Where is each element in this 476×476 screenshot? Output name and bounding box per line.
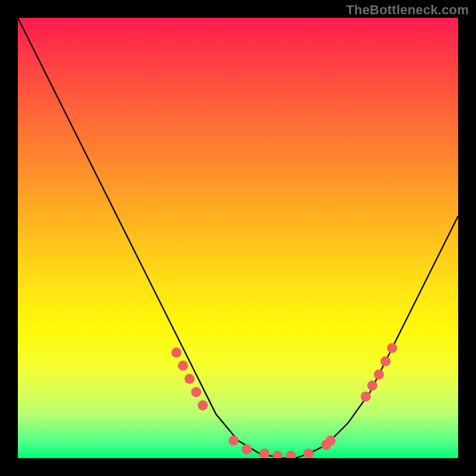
- plot-area: [18, 18, 458, 458]
- watermark-label: TheBottleneck.com: [346, 2, 469, 18]
- chart-frame: TheBottleneck.com: [0, 0, 476, 476]
